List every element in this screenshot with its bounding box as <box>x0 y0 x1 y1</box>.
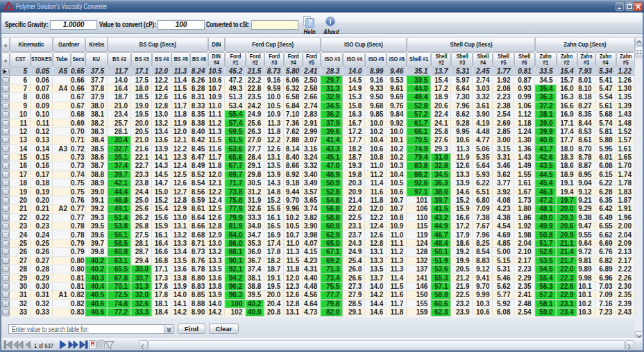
svg-text:?: ? <box>307 19 312 26</box>
